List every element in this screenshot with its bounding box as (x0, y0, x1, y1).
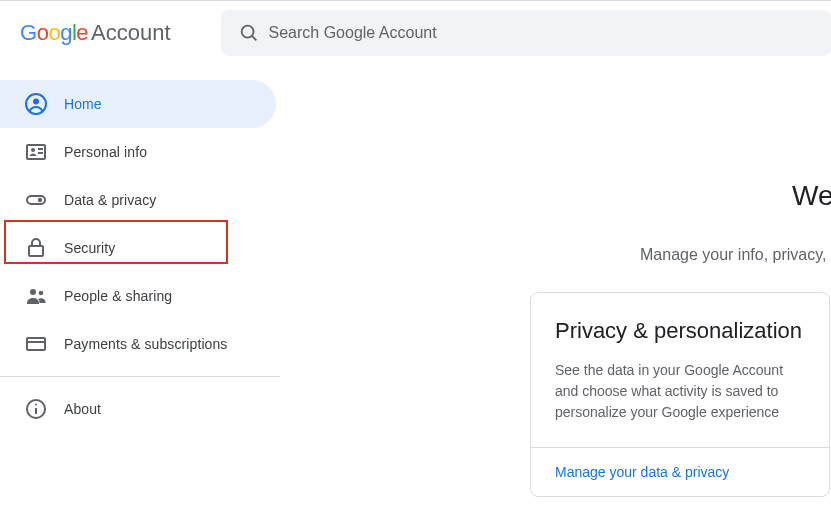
account-word: Account (91, 20, 171, 46)
google-logo: Google (20, 20, 88, 46)
svg-rect-8 (27, 196, 45, 204)
svg-rect-10 (29, 246, 43, 256)
manage-data-link[interactable]: Manage your data & privacy (555, 448, 805, 496)
welcome-heading: We (792, 180, 831, 212)
sidebar-item-label: People & sharing (64, 288, 172, 304)
main-content: We Manage your info, privacy, Privacy & … (530, 180, 831, 497)
sidebar-item-label: Home (64, 96, 102, 112)
sidebar-item-security[interactable]: Security (0, 224, 280, 272)
info-icon (24, 397, 48, 421)
brand-logo[interactable]: Google Account (20, 20, 171, 46)
sidebar-item-label: Payments & subscriptions (64, 336, 227, 352)
search-input[interactable] (269, 24, 823, 42)
lock-icon (24, 236, 48, 260)
svg-point-17 (35, 404, 37, 406)
search-bar[interactable] (221, 10, 831, 56)
svg-point-3 (33, 99, 39, 105)
divider (0, 376, 280, 377)
svg-point-0 (241, 25, 253, 37)
id-card-icon (24, 140, 48, 164)
sidebar-item-label: Personal info (64, 144, 147, 160)
svg-line-1 (251, 35, 255, 39)
card-title: Privacy & personalization (555, 317, 805, 346)
sidebar-item-about[interactable]: About (0, 385, 280, 433)
sidebar: Home Personal info Data & privacy Securi… (0, 80, 280, 433)
sidebar-item-label: Security (64, 240, 115, 256)
svg-point-12 (39, 291, 44, 296)
sidebar-item-personal-info[interactable]: Personal info (0, 128, 280, 176)
search-icon[interactable] (229, 13, 269, 53)
sidebar-item-payments[interactable]: Payments & subscriptions (0, 320, 280, 368)
welcome-subhead: Manage your info, privacy, (640, 246, 831, 264)
sidebar-item-home[interactable]: Home (0, 80, 276, 128)
people-icon (24, 284, 48, 308)
top-bar: Google Account (0, 0, 831, 64)
svg-point-11 (30, 289, 36, 295)
svg-rect-13 (27, 338, 45, 350)
toggle-icon (24, 188, 48, 212)
sidebar-item-people-sharing[interactable]: People & sharing (0, 272, 280, 320)
sidebar-item-label: Data & privacy (64, 192, 156, 208)
user-circle-icon (24, 92, 48, 116)
privacy-card: Privacy & personalization See the data i… (530, 292, 830, 497)
card-icon (24, 332, 48, 356)
svg-point-5 (31, 148, 35, 152)
svg-point-9 (38, 198, 42, 202)
sidebar-item-label: About (64, 401, 101, 417)
sidebar-item-data-privacy[interactable]: Data & privacy (0, 176, 280, 224)
card-body: See the data in your Google Account and … (555, 360, 805, 423)
